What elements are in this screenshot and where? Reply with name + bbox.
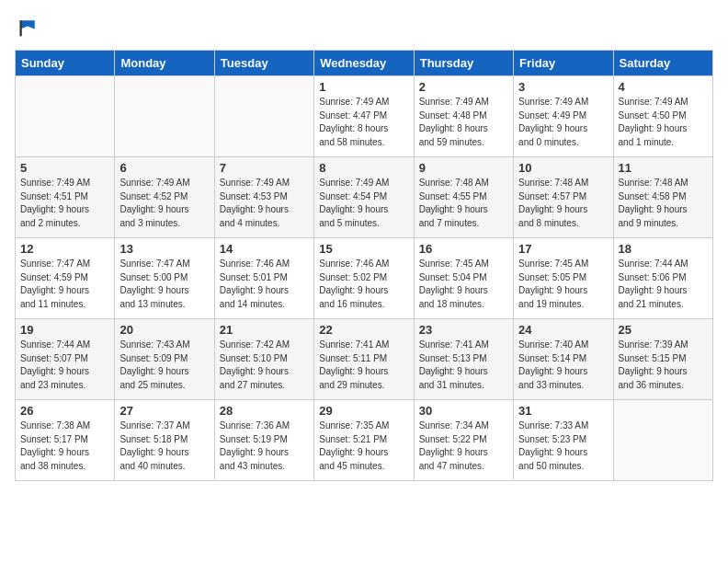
day-info: Sunrise: 7:49 AM Sunset: 4:54 PM Dayligh… <box>319 177 408 230</box>
day-info: Sunrise: 7:49 AM Sunset: 4:50 PM Dayligh… <box>619 96 708 149</box>
calendar-cell: 4Sunrise: 7:49 AM Sunset: 4:50 PM Daylig… <box>613 76 712 157</box>
calendar-cell: 5Sunrise: 7:49 AM Sunset: 4:51 PM Daylig… <box>16 157 115 238</box>
calendar-cell: 3Sunrise: 7:49 AM Sunset: 4:49 PM Daylig… <box>514 76 613 157</box>
day-number: 26 <box>20 404 109 418</box>
day-number: 21 <box>220 323 309 337</box>
calendar-cell: 22Sunrise: 7:41 AM Sunset: 5:11 PM Dayli… <box>314 319 414 400</box>
day-number: 8 <box>319 161 408 175</box>
day-number: 30 <box>419 404 508 418</box>
day-number: 20 <box>119 323 209 337</box>
calendar-cell: 21Sunrise: 7:42 AM Sunset: 5:10 PM Dayli… <box>214 319 313 400</box>
day-number: 19 <box>20 323 109 337</box>
calendar-cell: 23Sunrise: 7:41 AM Sunset: 5:13 PM Dayli… <box>414 319 513 400</box>
day-number: 16 <box>419 242 508 256</box>
calendar-cell: 1Sunrise: 7:49 AM Sunset: 4:47 PM Daylig… <box>314 76 414 157</box>
day-number: 5 <box>20 161 109 175</box>
calendar-cell: 28Sunrise: 7:36 AM Sunset: 5:19 PM Dayli… <box>214 400 313 481</box>
day-info: Sunrise: 7:33 AM Sunset: 5:23 PM Dayligh… <box>518 419 608 473</box>
day-number: 6 <box>119 161 209 175</box>
day-info: Sunrise: 7:48 AM Sunset: 4:58 PM Dayligh… <box>619 177 708 230</box>
day-number: 28 <box>220 404 309 418</box>
calendar-cell: 26Sunrise: 7:38 AM Sunset: 5:17 PM Dayli… <box>16 400 115 481</box>
weekday-header-tuesday: Tuesday <box>214 51 313 76</box>
day-info: Sunrise: 7:35 AM Sunset: 5:21 PM Dayligh… <box>319 419 408 473</box>
day-number: 22 <box>319 323 408 337</box>
svg-rect-0 <box>15 15 40 40</box>
calendar-cell: 13Sunrise: 7:47 AM Sunset: 5:00 PM Dayli… <box>115 238 214 319</box>
header <box>15 15 713 40</box>
day-info: Sunrise: 7:48 AM Sunset: 4:55 PM Dayligh… <box>419 177 508 230</box>
day-info: Sunrise: 7:47 AM Sunset: 5:00 PM Dayligh… <box>119 258 209 311</box>
calendar-cell: 17Sunrise: 7:45 AM Sunset: 5:05 PM Dayli… <box>514 238 613 319</box>
week-row-3: 12Sunrise: 7:47 AM Sunset: 4:59 PM Dayli… <box>16 238 713 319</box>
day-info: Sunrise: 7:40 AM Sunset: 5:14 PM Dayligh… <box>518 339 608 392</box>
day-number: 29 <box>319 404 408 418</box>
calendar-cell: 31Sunrise: 7:33 AM Sunset: 5:23 PM Dayli… <box>514 400 613 481</box>
day-info: Sunrise: 7:37 AM Sunset: 5:18 PM Dayligh… <box>119 419 209 473</box>
generalblue-logo-icon <box>15 15 40 40</box>
day-info: Sunrise: 7:48 AM Sunset: 4:57 PM Dayligh… <box>518 177 608 230</box>
day-info: Sunrise: 7:46 AM Sunset: 5:01 PM Dayligh… <box>220 258 309 311</box>
day-number: 9 <box>419 161 508 175</box>
day-info: Sunrise: 7:41 AM Sunset: 5:13 PM Dayligh… <box>419 339 508 392</box>
calendar-cell: 27Sunrise: 7:37 AM Sunset: 5:18 PM Dayli… <box>115 400 214 481</box>
calendar-cell <box>115 76 214 157</box>
day-number: 1 <box>319 80 408 94</box>
calendar-cell: 7Sunrise: 7:49 AM Sunset: 4:53 PM Daylig… <box>214 157 313 238</box>
day-info: Sunrise: 7:47 AM Sunset: 4:59 PM Dayligh… <box>20 258 109 311</box>
svg-rect-2 <box>19 20 21 36</box>
calendar-cell: 12Sunrise: 7:47 AM Sunset: 4:59 PM Dayli… <box>16 238 115 319</box>
day-info: Sunrise: 7:49 AM Sunset: 4:53 PM Dayligh… <box>220 177 309 230</box>
day-info: Sunrise: 7:49 AM Sunset: 4:47 PM Dayligh… <box>319 96 408 149</box>
day-info: Sunrise: 7:46 AM Sunset: 5:02 PM Dayligh… <box>319 258 408 311</box>
day-info: Sunrise: 7:43 AM Sunset: 5:09 PM Dayligh… <box>119 339 209 392</box>
week-row-5: 26Sunrise: 7:38 AM Sunset: 5:17 PM Dayli… <box>16 400 713 481</box>
day-info: Sunrise: 7:45 AM Sunset: 5:04 PM Dayligh… <box>419 258 508 311</box>
day-info: Sunrise: 7:39 AM Sunset: 5:15 PM Dayligh… <box>619 339 708 392</box>
day-info: Sunrise: 7:45 AM Sunset: 5:05 PM Dayligh… <box>518 258 608 311</box>
calendar-cell: 19Sunrise: 7:44 AM Sunset: 5:07 PM Dayli… <box>16 319 115 400</box>
calendar-cell: 10Sunrise: 7:48 AM Sunset: 4:57 PM Dayli… <box>514 157 613 238</box>
week-row-1: 1Sunrise: 7:49 AM Sunset: 4:47 PM Daylig… <box>16 76 713 157</box>
day-info: Sunrise: 7:36 AM Sunset: 5:19 PM Dayligh… <box>220 419 309 473</box>
day-number: 13 <box>119 242 209 256</box>
day-info: Sunrise: 7:49 AM Sunset: 4:48 PM Dayligh… <box>419 96 508 149</box>
day-number: 10 <box>518 161 608 175</box>
calendar-cell: 11Sunrise: 7:48 AM Sunset: 4:58 PM Dayli… <box>613 157 712 238</box>
day-number: 23 <box>419 323 508 337</box>
svg-marker-1 <box>20 20 35 29</box>
day-number: 15 <box>319 242 408 256</box>
calendar-cell: 9Sunrise: 7:48 AM Sunset: 4:55 PM Daylig… <box>414 157 513 238</box>
week-row-2: 5Sunrise: 7:49 AM Sunset: 4:51 PM Daylig… <box>16 157 713 238</box>
day-info: Sunrise: 7:38 AM Sunset: 5:17 PM Dayligh… <box>20 419 109 473</box>
day-info: Sunrise: 7:41 AM Sunset: 5:11 PM Dayligh… <box>319 339 408 392</box>
weekday-header-row: SundayMondayTuesdayWednesdayThursdayFrid… <box>16 51 713 76</box>
day-number: 14 <box>220 242 309 256</box>
weekday-header-friday: Friday <box>514 51 613 76</box>
day-number: 12 <box>20 242 109 256</box>
day-info: Sunrise: 7:42 AM Sunset: 5:10 PM Dayligh… <box>220 339 309 392</box>
calendar-cell: 15Sunrise: 7:46 AM Sunset: 5:02 PM Dayli… <box>314 238 414 319</box>
day-number: 3 <box>518 80 608 94</box>
calendar-cell: 29Sunrise: 7:35 AM Sunset: 5:21 PM Dayli… <box>314 400 414 481</box>
calendar-cell: 14Sunrise: 7:46 AM Sunset: 5:01 PM Dayli… <box>214 238 313 319</box>
calendar-cell: 24Sunrise: 7:40 AM Sunset: 5:14 PM Dayli… <box>514 319 613 400</box>
day-number: 18 <box>619 242 708 256</box>
calendar-cell: 2Sunrise: 7:49 AM Sunset: 4:48 PM Daylig… <box>414 76 513 157</box>
calendar-table: SundayMondayTuesdayWednesdayThursdayFrid… <box>15 50 713 481</box>
calendar-cell: 8Sunrise: 7:49 AM Sunset: 4:54 PM Daylig… <box>314 157 414 238</box>
day-info: Sunrise: 7:49 AM Sunset: 4:51 PM Dayligh… <box>20 177 109 230</box>
calendar-cell: 16Sunrise: 7:45 AM Sunset: 5:04 PM Dayli… <box>414 238 513 319</box>
weekday-header-monday: Monday <box>115 51 214 76</box>
day-info: Sunrise: 7:49 AM Sunset: 4:52 PM Dayligh… <box>119 177 209 230</box>
calendar-cell: 30Sunrise: 7:34 AM Sunset: 5:22 PM Dayli… <box>414 400 513 481</box>
weekday-header-sunday: Sunday <box>16 51 115 76</box>
calendar-cell <box>16 76 115 157</box>
calendar-cell: 25Sunrise: 7:39 AM Sunset: 5:15 PM Dayli… <box>613 319 712 400</box>
day-number: 24 <box>518 323 608 337</box>
calendar-cell: 20Sunrise: 7:43 AM Sunset: 5:09 PM Dayli… <box>115 319 214 400</box>
day-info: Sunrise: 7:49 AM Sunset: 4:49 PM Dayligh… <box>518 96 608 149</box>
weekday-header-wednesday: Wednesday <box>314 51 414 76</box>
week-row-4: 19Sunrise: 7:44 AM Sunset: 5:07 PM Dayli… <box>16 319 713 400</box>
day-number: 27 <box>119 404 209 418</box>
